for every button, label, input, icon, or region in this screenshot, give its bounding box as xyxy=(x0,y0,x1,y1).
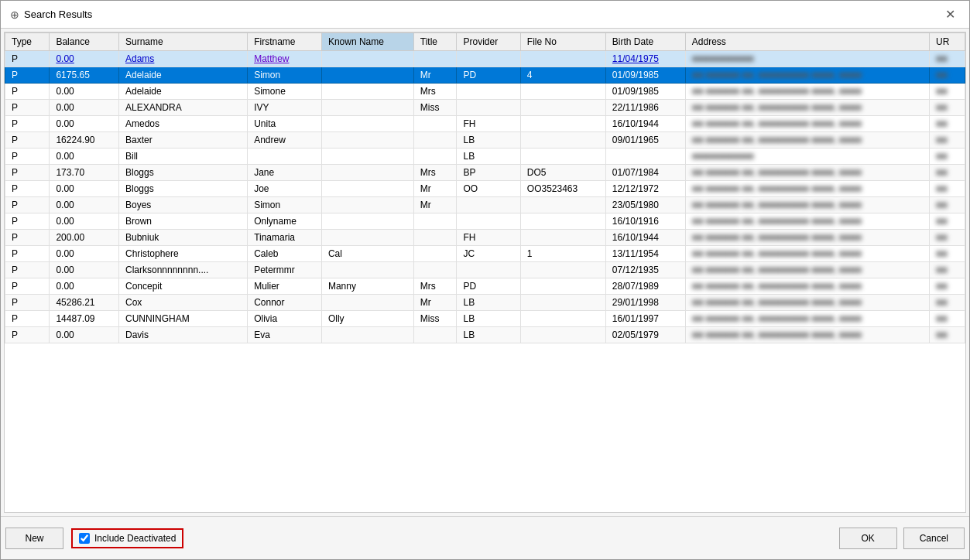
cell-file-no: OO3523463 xyxy=(520,181,605,197)
col-ur[interactable]: UR xyxy=(930,33,965,51)
table-row[interactable]: P14487.09CUNNINGHAMOliviaOllyMissLB16/01… xyxy=(5,311,965,327)
cell-surname: Amedos xyxy=(119,116,248,132)
cell-ur: ■■ xyxy=(930,197,965,213)
cell-address: ■■ ■■■■■■ ■■, ■■■■■■■■■ ■■■■, ■■■■ xyxy=(685,230,929,246)
col-type[interactable]: Type xyxy=(5,33,50,51)
table-container[interactable]: Type Balance Surname Firstname Known Nam… xyxy=(4,32,966,513)
cell-provider xyxy=(457,213,520,230)
table-row[interactable]: P6175.65AdelaideSimonMrPD401/09/1985■■ ■… xyxy=(5,67,965,84)
table-row[interactable]: P0.00AdamsMatthew11/04/1975■■■■■■■■■■■■■ xyxy=(5,51,965,67)
cell-balance: 0.00 xyxy=(50,100,119,116)
col-provider[interactable]: Provider xyxy=(457,33,520,51)
footer: New Include Deactivated OK Cancel xyxy=(1,516,969,559)
close-button[interactable]: ✕ xyxy=(941,7,960,22)
col-file-no[interactable]: File No xyxy=(520,33,605,51)
cell-provider: PD xyxy=(457,278,520,295)
col-birth-date[interactable]: Birth Date xyxy=(605,33,685,51)
cell-ur: ■■ xyxy=(930,213,965,230)
cell-birth-date: 16/10/1944 xyxy=(605,230,685,246)
cell-file-no xyxy=(520,197,605,213)
cell-balance: 0.00 xyxy=(50,116,119,132)
col-balance[interactable]: Balance xyxy=(50,33,119,51)
cell-title: Miss xyxy=(413,100,457,116)
cell-provider xyxy=(457,84,520,100)
cell-type: P xyxy=(5,295,50,311)
cell-ur: ■■ xyxy=(930,181,965,197)
cell-firstname: Simon xyxy=(248,197,322,213)
cell-ur: ■■ xyxy=(930,165,965,181)
table-row[interactable]: P0.00DavisEvaLB02/05/1979■■ ■■■■■■ ■■, ■… xyxy=(5,327,965,343)
table-row[interactable]: P0.00BloggsJoeMrOOOO352346312/12/1972■■ … xyxy=(5,181,965,197)
cell-provider: OO xyxy=(457,181,520,197)
cell-surname: Christophere xyxy=(119,246,248,262)
col-title[interactable]: Title xyxy=(413,33,457,51)
cell-file-no xyxy=(520,116,605,132)
cell-ur: ■■ xyxy=(930,132,965,149)
cell-ur: ■■ xyxy=(930,327,965,343)
table-row[interactable]: P0.00ChristophereCalebCalJC113/11/1954■■… xyxy=(5,246,965,262)
table-row[interactable]: P0.00ConcepitMulierMannyMrsPD28/07/1989■… xyxy=(5,278,965,295)
cell-firstname: Connor xyxy=(248,295,322,311)
col-surname[interactable]: Surname xyxy=(119,33,248,51)
include-deactivated-label[interactable]: Include Deactivated xyxy=(71,528,183,548)
cell-provider xyxy=(457,197,520,213)
table-row[interactable]: P0.00AmedosUnitaFH16/10/1944■■ ■■■■■■ ■■… xyxy=(5,116,965,132)
new-button[interactable]: New xyxy=(5,528,63,549)
table-row[interactable]: P0.00ALEXANDRAIVYMiss22/11/1986■■ ■■■■■■… xyxy=(5,100,965,116)
cell-birth-date xyxy=(605,149,685,165)
cell-known-name xyxy=(321,84,413,100)
cell-address: ■■ ■■■■■■ ■■, ■■■■■■■■■ ■■■■, ■■■■ xyxy=(685,197,929,213)
cell-firstname xyxy=(248,149,322,165)
cell-title xyxy=(413,262,457,278)
cell-ur: ■■ xyxy=(930,67,965,84)
cell-type: P xyxy=(5,311,50,327)
table-row[interactable]: P0.00BillLB■■■■■■■■■■■■■ xyxy=(5,149,965,165)
cell-birth-date: 01/07/1984 xyxy=(605,165,685,181)
cell-file-no xyxy=(520,311,605,327)
cell-firstname: Joe xyxy=(248,181,322,197)
cell-address: ■■ ■■■■■■ ■■, ■■■■■■■■■ ■■■■, ■■■■ xyxy=(685,181,929,197)
ok-button[interactable]: OK xyxy=(839,528,897,549)
include-deactivated-checkbox[interactable] xyxy=(79,533,90,544)
table-row[interactable]: P0.00BrownOnlyname16/10/1916■■ ■■■■■■ ■■… xyxy=(5,213,965,230)
cell-surname: Baxter xyxy=(119,132,248,149)
cell-provider: FH xyxy=(457,116,520,132)
cell-address: ■■ ■■■■■■ ■■, ■■■■■■■■■ ■■■■, ■■■■ xyxy=(685,67,929,84)
cell-address: ■■ ■■■■■■ ■■, ■■■■■■■■■ ■■■■, ■■■■ xyxy=(685,262,929,278)
table-row[interactable]: P0.00Clarksonnnnnnnn....Petermmr07/12/19… xyxy=(5,262,965,278)
content-area: Type Balance Surname Firstname Known Nam… xyxy=(1,29,969,516)
cell-title: Mr xyxy=(413,295,457,311)
cell-file-no xyxy=(520,327,605,343)
cell-surname: CUNNINGHAM xyxy=(119,311,248,327)
table-row[interactable]: P200.00BubniukTinamariaFH16/10/1944■■ ■■… xyxy=(5,230,965,246)
cell-balance: 0.00 xyxy=(50,246,119,262)
cell-surname: Adelaide xyxy=(119,84,248,100)
cell-provider: LB xyxy=(457,311,520,327)
cell-type: P xyxy=(5,67,50,84)
cell-title: Mr xyxy=(413,197,457,213)
cell-known-name xyxy=(321,295,413,311)
cell-birth-date: 28/07/1989 xyxy=(605,278,685,295)
cell-provider xyxy=(457,51,520,67)
cell-birth-date: 09/01/1965 xyxy=(605,132,685,149)
cell-birth-date: 01/09/1985 xyxy=(605,67,685,84)
table-row[interactable]: P173.70BloggsJaneMrsBPDO501/07/1984■■ ■■… xyxy=(5,165,965,181)
footer-right: OK Cancel xyxy=(839,528,965,549)
cell-ur: ■■ xyxy=(930,149,965,165)
cell-birth-date: 07/12/1935 xyxy=(605,262,685,278)
cell-provider: JC xyxy=(457,246,520,262)
cell-file-no xyxy=(520,100,605,116)
table-row[interactable]: P0.00BoyesSimonMr23/05/1980■■ ■■■■■■ ■■,… xyxy=(5,197,965,213)
cell-ur: ■■ xyxy=(930,262,965,278)
table-row[interactable]: P0.00AdelaideSimoneMrs01/09/1985■■ ■■■■■… xyxy=(5,84,965,100)
cell-surname: Adelaide xyxy=(119,67,248,84)
cancel-button[interactable]: Cancel xyxy=(903,528,965,549)
cell-provider xyxy=(457,262,520,278)
col-known-name[interactable]: Known Name xyxy=(321,33,413,51)
cell-provider: LB xyxy=(457,149,520,165)
col-firstname[interactable]: Firstname xyxy=(248,33,322,51)
cell-balance: 0.00 xyxy=(50,84,119,100)
table-row[interactable]: P45286.21CoxConnorMrLB29/01/1998■■ ■■■■■… xyxy=(5,295,965,311)
table-row[interactable]: P16224.90BaxterAndrewLB09/01/1965■■ ■■■■… xyxy=(5,132,965,149)
col-address[interactable]: Address xyxy=(685,33,929,51)
